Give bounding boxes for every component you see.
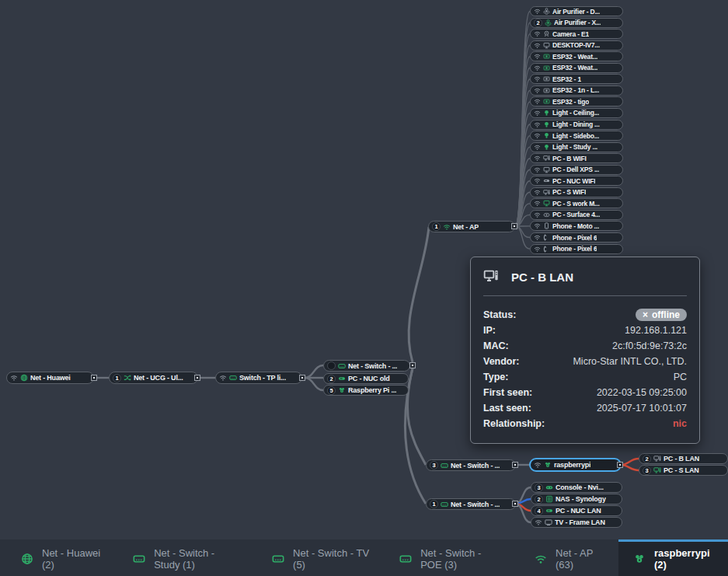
node-label: Light - Ceiling... bbox=[552, 109, 599, 117]
node-net-switch-study[interactable]: Net - Switch - ... bbox=[323, 360, 410, 372]
node-pc-b-lan[interactable]: 2PC - B LAN bbox=[639, 453, 728, 464]
count-badge: 2 bbox=[535, 495, 543, 504]
node-pc-nuc-old[interactable]: 2PC - NUC old bbox=[323, 373, 409, 384]
monitor-tower-icon bbox=[483, 268, 499, 286]
count-badge: 2 bbox=[534, 19, 542, 27]
device-node[interactable]: ESP32 - 1 bbox=[530, 74, 623, 84]
tab-label: Net - Huawei (2) bbox=[42, 547, 103, 571]
device-node[interactable]: DESKTOP-IV7... bbox=[530, 40, 623, 51]
edge-raspberrypi-pcblan bbox=[621, 459, 639, 465]
handset-icon bbox=[543, 246, 550, 253]
collapse-button-switch-poe[interactable] bbox=[512, 501, 518, 507]
popup-row-type: Type: PC bbox=[483, 369, 687, 385]
wifi-icon bbox=[534, 75, 541, 82]
tab-net-huawei-2[interactable]: Net - Huawei (2) bbox=[6, 539, 118, 576]
device-node[interactable]: Phone - Moto ... bbox=[530, 221, 623, 231]
collapse-button-net-ap[interactable] bbox=[511, 223, 517, 229]
wifi-icon bbox=[535, 553, 547, 565]
device-node[interactable]: Camera - E1 bbox=[530, 29, 623, 39]
node-net-ucg[interactable]: 1Net - UCG - Ul... bbox=[109, 372, 198, 384]
collapse-button-switch-tv[interactable] bbox=[512, 462, 518, 468]
node-label: PC - Surface 4... bbox=[552, 211, 600, 218]
device-node[interactable]: Light - Sidebo... bbox=[530, 131, 623, 141]
switch-icon bbox=[441, 501, 448, 508]
node-net-switch-poe[interactable]: 1Net - Switch - ... bbox=[426, 498, 516, 510]
node-label: Light - Sidebo... bbox=[552, 132, 599, 140]
node-pc-nuc-lan[interactable]: 4PC - NUC LAN bbox=[531, 505, 622, 516]
device-node[interactable]: PC - Surface 4... bbox=[530, 210, 623, 220]
shuffle-icon bbox=[124, 374, 131, 382]
tab-net-switch-tv-5[interactable]: Net - Switch - TV (5) bbox=[257, 539, 385, 576]
device-node[interactable]: ESP32 - Weat... bbox=[530, 51, 623, 61]
device-node[interactable]: Light - Study ... bbox=[530, 142, 623, 152]
wifi-icon bbox=[534, 30, 541, 37]
network-topology-map: Net - Huawei 1Net - UCG - Ul... Switch -… bbox=[0, 0, 728, 576]
node-label: PC - Dell XPS ... bbox=[552, 166, 599, 173]
device-node[interactable]: PC - Dell XPS ... bbox=[530, 165, 623, 175]
device-node[interactable]: Light - Dining ... bbox=[530, 120, 623, 130]
device-node[interactable]: Light - Ceiling... bbox=[530, 108, 623, 118]
popup-title: PC - B LAN bbox=[511, 271, 573, 284]
collapse-button-raspberrypi[interactable] bbox=[617, 462, 623, 468]
tab-net-switch-poe-3[interactable]: Net - Switch - POE (3) bbox=[385, 539, 520, 576]
popup-row-ip: IP: 192.168.1.121 bbox=[483, 323, 687, 338]
device-node[interactable]: PC - NUC WIFI bbox=[530, 176, 623, 186]
device-node[interactable]: ESP32 - Weat... bbox=[530, 63, 623, 73]
node-pc-s-lan[interactable]: 3PC - S LAN bbox=[639, 465, 728, 476]
node-label: ESP32 - 1 bbox=[552, 75, 581, 83]
device-node[interactable]: PC - S work M... bbox=[530, 198, 623, 208]
raspberry-icon bbox=[633, 553, 646, 565]
collapse-button-switch-tp[interactable] bbox=[299, 375, 305, 381]
switch-icon bbox=[229, 374, 237, 382]
tab-label: Net - Switch - POE (3) bbox=[420, 547, 505, 571]
tab-net-switch-study-1[interactable]: Net - Switch - Study (1) bbox=[118, 539, 257, 576]
device-node[interactable]: Phone - Pixel 6 bbox=[530, 244, 623, 254]
device-node[interactable]: PC - B WIFI bbox=[530, 153, 623, 163]
tab-net-ap-63[interactable]: Net - AP (63) bbox=[520, 539, 618, 576]
node-switch-tp[interactable]: Switch - TP li... bbox=[215, 372, 302, 384]
ap-fan-edges bbox=[515, 12, 530, 250]
board-icon bbox=[543, 65, 550, 72]
wifi-icon bbox=[535, 518, 542, 526]
node-nas-synology[interactable]: 2NAS - Synology bbox=[531, 494, 622, 504]
count-badge: 5 bbox=[327, 386, 336, 395]
wifi-icon bbox=[534, 211, 541, 218]
count-badge: 1 bbox=[432, 222, 441, 231]
node-label: TV - Frame LAN bbox=[555, 518, 605, 526]
node-console-nvidia[interactable]: 3Console - Nvi... bbox=[531, 482, 622, 493]
tab-label: Net - Switch - TV (5) bbox=[293, 547, 370, 571]
node-net-ap[interactable]: 1Net - AP bbox=[428, 221, 515, 232]
wifi-icon bbox=[534, 98, 541, 105]
node-label: PC - S WIFI bbox=[552, 188, 586, 196]
node-label: Air Purifier - D... bbox=[552, 8, 600, 16]
count-badge: 2 bbox=[327, 375, 336, 383]
wifi-icon bbox=[534, 234, 541, 241]
wifi-icon bbox=[10, 374, 18, 382]
node-tv-frame-lan[interactable]: TV - Frame LAN bbox=[531, 517, 622, 528]
popup-row-vendor: Vendor: Micro-Star INTL CO., LTD. bbox=[483, 354, 687, 369]
device-node[interactable]: Air Purifier - D... bbox=[530, 6, 623, 16]
wifi-icon bbox=[534, 144, 541, 151]
board-icon bbox=[543, 98, 550, 105]
device-node[interactable]: ESP32 - tigo bbox=[530, 96, 623, 106]
node-raspberry-pi[interactable]: 5Raspberry Pi ... bbox=[323, 385, 409, 396]
device-node[interactable]: PC - S WIFI bbox=[530, 187, 623, 197]
wifi-icon bbox=[534, 42, 541, 49]
wifi-icon bbox=[534, 177, 541, 184]
node-net-huawei[interactable]: Net - Huawei bbox=[6, 372, 94, 384]
node-raspberrypi-selected[interactable]: raspberrypi bbox=[529, 458, 622, 472]
device-node[interactable]: ESP32 - 1n - L... bbox=[530, 86, 623, 96]
monitor-tower-icon bbox=[653, 455, 661, 463]
collapse-button-ucg[interactable] bbox=[194, 375, 200, 381]
node-net-switch-tv[interactable]: 3Net - Switch - ... bbox=[426, 459, 516, 471]
collapse-button-switch-study[interactable] bbox=[409, 362, 416, 368]
tab-raspberrypi-2[interactable]: raspberrypi (2) bbox=[618, 539, 728, 576]
collapse-button-huawei[interactable] bbox=[91, 375, 97, 381]
device-node[interactable]: 2Air Purifier - X... bbox=[530, 18, 623, 28]
device-detail-popup: PC - B LAN Status: ×offline IP: 192.168.… bbox=[470, 257, 700, 444]
wifi-icon bbox=[534, 222, 541, 229]
device-node[interactable]: Phone - Pixel 6 bbox=[530, 232, 623, 243]
node-label: Camera - E1 bbox=[552, 30, 589, 38]
wifi-icon bbox=[534, 200, 541, 207]
monitor-icon bbox=[543, 42, 550, 49]
